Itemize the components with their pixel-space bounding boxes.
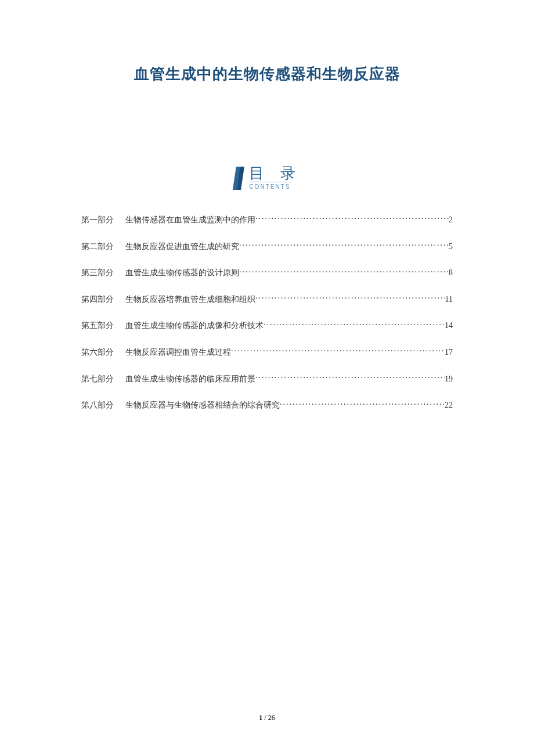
toc-dots (264, 320, 445, 328)
toc-row[interactable]: 第五部分 血管生成生物传感器的成像和分析技术 14 (81, 320, 453, 332)
parallelogram-icon (233, 167, 244, 190)
page-separator: / (262, 714, 268, 722)
toc-part: 第五部分 (81, 320, 114, 332)
toc-row[interactable]: 第三部分 血管生成生物传感器的设计原则 8 (81, 267, 453, 279)
toc-text: 生物反应器促进血管生成的研究 (125, 241, 239, 253)
toc-text: 血管生成生物传感器的临床应用前景 (125, 373, 255, 385)
toc-list: 第一部分 生物传感器在血管生成监测中的作用 2 第二部分 生物反应器促进血管生成… (81, 214, 453, 411)
toc-row[interactable]: 第七部分 血管生成生物传感器的临床应用前景 19 (81, 373, 453, 385)
toc-text: 生物反应器调控血管生成过程 (125, 347, 231, 358)
toc-part: 第三部分 (81, 267, 114, 279)
toc-dots (239, 267, 449, 275)
toc-part: 第一部分 (81, 214, 114, 226)
toc-label-main: 目 录 (249, 165, 301, 181)
toc-dots (280, 399, 445, 408)
toc-page: 17 (445, 347, 453, 358)
page-total: 26 (268, 714, 275, 722)
toc-label-sub: CONTENTS (249, 182, 291, 190)
toc-dots (255, 373, 445, 381)
page-title: 血管生成中的生物传感器和生物反应器 (81, 64, 453, 84)
toc-row[interactable]: 第一部分 生物传感器在血管生成监测中的作用 2 (81, 214, 453, 226)
toc-text: 血管生成生物传感器的成像和分析技术 (125, 320, 264, 332)
toc-row[interactable]: 第四部分 生物反应器培养血管生成细胞和组织 11 (81, 294, 453, 305)
toc-page: 8 (449, 267, 453, 279)
toc-text: 生物传感器在血管生成监测中的作用 (125, 214, 255, 226)
toc-part: 第七部分 (81, 373, 114, 385)
toc-part: 第四部分 (81, 294, 114, 305)
toc-header: 目 录 CONTENTS (81, 165, 453, 190)
document-page: 血管生成中的生物传感器和生物反应器 目 录 CONTENTS 第一部分 生物传感… (0, 0, 534, 756)
toc-part: 第六部分 (81, 347, 114, 358)
toc-label: 目 录 CONTENTS (249, 165, 301, 190)
toc-row[interactable]: 第八部分 生物反应器与生物传感器相结合的综合研究 22 (81, 399, 453, 411)
toc-row[interactable]: 第二部分 生物反应器促进血管生成的研究 5 (81, 241, 453, 253)
toc-dots (239, 241, 449, 249)
toc-part: 第八部分 (81, 399, 114, 411)
toc-dots (255, 214, 449, 222)
toc-page: 22 (445, 399, 453, 411)
toc-text: 血管生成生物传感器的设计原则 (125, 267, 239, 279)
toc-row[interactable]: 第六部分 生物反应器调控血管生成过程 17 (81, 347, 453, 358)
toc-page: 5 (449, 241, 453, 253)
toc-text: 生物反应器与生物传感器相结合的综合研究 (125, 399, 280, 411)
toc-dots (255, 294, 445, 302)
page-footer: 1 / 26 (0, 714, 534, 722)
toc-page: 19 (445, 373, 453, 385)
toc-page: 2 (449, 214, 453, 226)
toc-page: 14 (445, 320, 453, 332)
toc-text: 生物反应器培养血管生成细胞和组织 (125, 294, 255, 305)
toc-part: 第二部分 (81, 241, 114, 253)
toc-page: 11 (445, 294, 453, 305)
toc-dots (231, 347, 445, 355)
